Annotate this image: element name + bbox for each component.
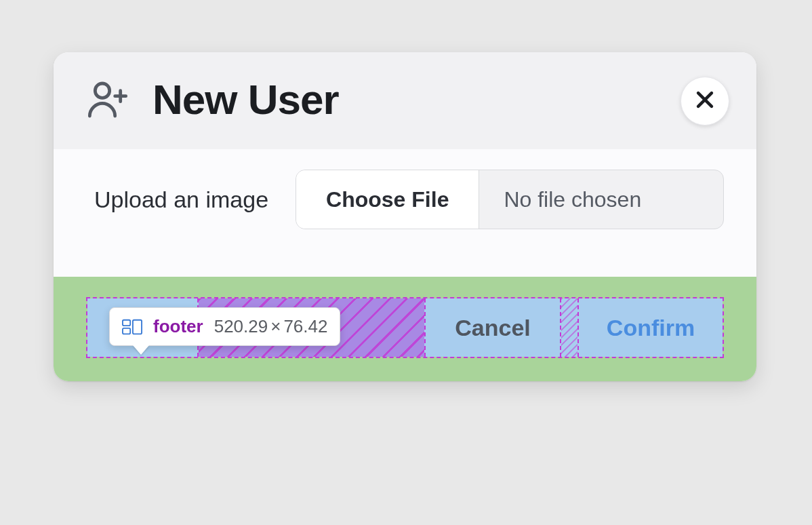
close-icon [693, 88, 716, 113]
inspector-element-name: footer [153, 316, 203, 337]
cancel-button[interactable]: Cancel [426, 298, 561, 357]
inspector-dimensions: 520.29×76.42 [214, 316, 328, 337]
dialog-header: New User [54, 52, 756, 149]
file-status-text: No file chosen [479, 170, 723, 229]
svg-point-0 [95, 83, 109, 98]
svg-rect-6 [123, 328, 130, 333]
upload-image-label: Upload an image [94, 187, 268, 213]
svg-rect-7 [133, 319, 142, 334]
confirm-button[interactable]: Confirm [579, 298, 723, 357]
dialog-title: New User [153, 75, 339, 123]
svg-rect-5 [123, 319, 130, 325]
close-button[interactable] [681, 77, 729, 125]
flex-layout-icon [122, 319, 142, 335]
inspector-times: × [268, 316, 283, 337]
dialog-body: Upload an image Choose File No file chos… [54, 149, 756, 277]
inspector-width: 520.29 [214, 316, 268, 336]
file-input[interactable]: Choose File No file chosen [296, 170, 724, 229]
user-plus-icon [86, 78, 129, 121]
inspector-height: 76.42 [283, 316, 327, 336]
new-user-dialog: New User Upload an image Choose File No … [54, 52, 756, 381]
devtools-inspector-tooltip: footer 520.29×76.42 [109, 307, 340, 346]
flex-gap-small [561, 298, 579, 357]
choose-file-button[interactable]: Choose File [296, 170, 479, 229]
